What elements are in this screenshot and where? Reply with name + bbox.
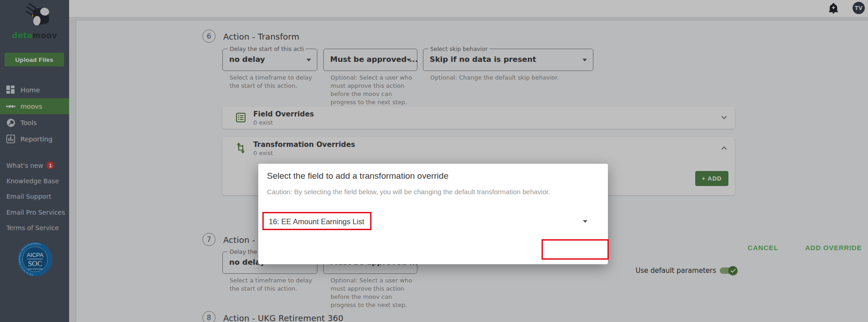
cancel-button[interactable]: CANCEL [739, 244, 787, 252]
dialog-caution-text: Caution: By selecting the field below, y… [267, 188, 550, 196]
add-transformation-override-dialog: Select the field to add a transformation… [258, 164, 608, 264]
override-field-select[interactable]: 16: EE Amount Earnings List [267, 213, 599, 230]
modal-backdrop[interactable] [0, 0, 868, 322]
select-value: 16: EE Amount Earnings List [269, 217, 364, 226]
dialog-title: Select the field to add a transformation… [267, 171, 448, 181]
chevron-down-icon [583, 220, 587, 223]
add-override-confirm-button[interactable]: ADD OVERRIDE [804, 244, 863, 252]
